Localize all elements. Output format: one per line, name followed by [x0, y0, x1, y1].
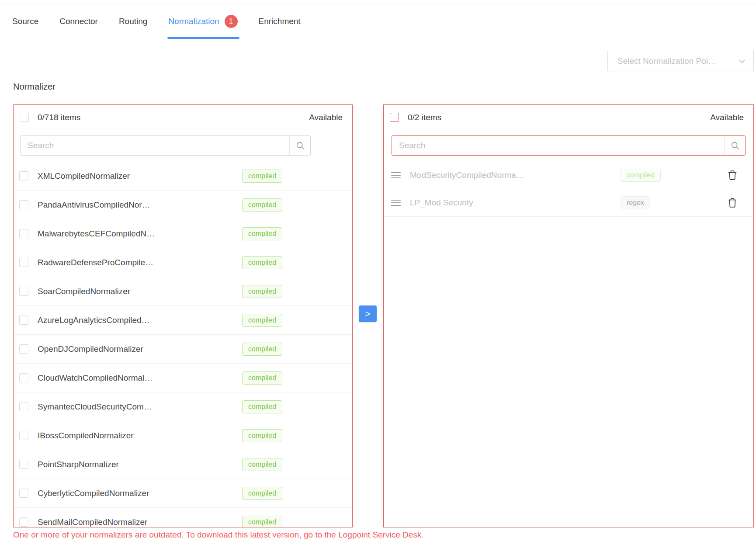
- search-box: [392, 135, 746, 156]
- normalizer-name: CyberlyticCompiledNormalizer: [38, 489, 242, 498]
- tab-connector[interactable]: Connector: [59, 4, 98, 39]
- search-icon[interactable]: [724, 136, 745, 155]
- row-checkbox[interactable]: [19, 344, 28, 354]
- tab-label: Routing: [119, 17, 148, 26]
- transfer-widget: 0/718 items Available XMLCompiledNormali…: [13, 104, 754, 527]
- search-area: [14, 130, 352, 162]
- row-checkbox[interactable]: [19, 373, 28, 382]
- search-box: [20, 135, 311, 156]
- normalizer-name: OpenDJCompiledNormalizer: [38, 344, 242, 354]
- normalizer-name: IBossCompiledNormalizer: [38, 431, 242, 441]
- status-badge: compiled: [242, 458, 282, 471]
- status-badge: compiled: [242, 429, 282, 442]
- normalizer-row: AzureLogAnalyticsCompiled… compiled: [14, 306, 352, 335]
- tab-routing[interactable]: Routing: [119, 4, 148, 39]
- normalizer-row: SoarCompiledNormalizer compiled: [14, 277, 352, 306]
- status-badge: compiled: [621, 169, 661, 182]
- normalizer-name: SymantecCloudSecurityCom…: [38, 402, 242, 412]
- selected-normalizer-row: ModSecurityCompiledNorma… compiled: [384, 162, 753, 189]
- tab-normalization[interactable]: Normalization 1: [168, 4, 237, 39]
- status-badge: compiled: [242, 285, 282, 298]
- status-badge: compiled: [242, 256, 282, 269]
- available-normalizers-panel: 0/718 items Available XMLCompiledNormali…: [13, 104, 353, 527]
- search-input[interactable]: [392, 136, 724, 155]
- search-area: [384, 130, 753, 162]
- normalizer-row: CyberlyticCompiledNormalizer compiled: [14, 479, 352, 508]
- normalization-policy-dropdown[interactable]: Select Normalization Pol…: [607, 50, 754, 72]
- row-checkbox[interactable]: [19, 229, 28, 238]
- normalizer-row: PointSharpNormalizer compiled: [14, 450, 352, 479]
- normalizer-row: CloudWatchCompiledNormal… compiled: [14, 364, 352, 392]
- normalizer-name: ModSecurityCompiledNorma…: [410, 170, 621, 180]
- tab-label: Source: [12, 17, 38, 26]
- normalizer-row: XMLCompiledNormalizer compiled: [14, 162, 352, 191]
- normalizer-name: PointSharpNormalizer: [38, 460, 242, 469]
- normalizer-name: XMLCompiledNormalizer: [38, 171, 242, 181]
- tab-source[interactable]: Source: [12, 4, 38, 39]
- delete-icon[interactable]: [728, 170, 737, 180]
- select-all-checkbox[interactable]: [390, 113, 399, 122]
- normalizer-name: AzureLogAnalyticsCompiled…: [38, 316, 242, 325]
- normalizer-row: PandaAntivirusCompiledNor… compiled: [14, 191, 352, 219]
- drag-handle-icon[interactable]: [391, 171, 401, 180]
- tab-bar: Source Connector Routing Normalization 1…: [0, 3, 756, 39]
- chevron-down-icon: [738, 57, 746, 66]
- search-icon[interactable]: [289, 136, 310, 155]
- row-checkbox[interactable]: [19, 316, 28, 325]
- status-badge: compiled: [242, 227, 282, 240]
- normalizer-row: OpenDJCompiledNormalizer compiled: [14, 335, 352, 364]
- status-badge: compiled: [242, 198, 282, 212]
- dropdown-placeholder: Select Normalization Pol…: [617, 56, 738, 66]
- tab-label: Connector: [59, 17, 98, 26]
- normalizer-name: MalwarebytesCEFCompiledN…: [38, 229, 242, 239]
- available-label: Available: [309, 113, 343, 122]
- status-badge: compiled: [242, 516, 282, 528]
- normalizer-row: RadwareDefenseProCompile… compiled: [14, 248, 352, 277]
- status-badge: compiled: [242, 314, 282, 327]
- status-badge: compiled: [242, 487, 282, 500]
- select-all-checkbox[interactable]: [20, 113, 29, 122]
- status-badge: compiled: [242, 371, 282, 385]
- available-label: Available: [710, 113, 744, 122]
- tab-label: Enrichment: [259, 17, 301, 26]
- search-input[interactable]: [21, 136, 289, 155]
- toolbar: Select Normalization Pol…: [0, 39, 756, 72]
- section-title: Normalizer: [0, 72, 756, 92]
- status-badge: compiled: [242, 343, 282, 356]
- selected-normalizers-panel: 0/2 items Available ModSecurityCompiledN…: [383, 104, 754, 527]
- move-right-button[interactable]: >: [359, 305, 377, 322]
- outdated-warning: One or more of your normalizers are outd…: [13, 530, 754, 540]
- items-count: 0/2 items: [408, 113, 441, 122]
- panel-header: 0/718 items Available: [14, 105, 352, 130]
- row-checkbox[interactable]: [19, 402, 28, 411]
- selected-normalizer-row: LP_Mod Security regex: [384, 189, 753, 217]
- row-checkbox[interactable]: [19, 287, 28, 296]
- row-checkbox[interactable]: [19, 171, 28, 180]
- normalizer-row: MalwarebytesCEFCompiledN… compiled: [14, 219, 352, 248]
- notification-badge: 1: [225, 15, 238, 28]
- row-checkbox[interactable]: [19, 517, 28, 527]
- row-checkbox[interactable]: [19, 431, 28, 440]
- status-badge: regex: [621, 196, 650, 209]
- tab-enrichment[interactable]: Enrichment: [259, 4, 301, 39]
- delete-icon[interactable]: [728, 198, 737, 208]
- status-badge: compiled: [242, 400, 282, 413]
- normalizer-name: SendMailCompiledNormalizer: [38, 517, 242, 527]
- normalizer-name: CloudWatchCompiledNormal…: [38, 373, 242, 383]
- tab-label: Normalization: [168, 17, 219, 26]
- drag-handle-icon[interactable]: [391, 198, 401, 207]
- panel-header: 0/2 items Available: [384, 105, 753, 130]
- row-checkbox[interactable]: [19, 489, 28, 498]
- row-checkbox[interactable]: [19, 258, 28, 267]
- items-count: 0/718 items: [38, 113, 80, 122]
- normalizer-name: PandaAntivirusCompiledNor…: [38, 200, 242, 210]
- normalizer-row: IBossCompiledNormalizer compiled: [14, 421, 352, 450]
- normalizer-name: RadwareDefenseProCompile…: [38, 258, 242, 267]
- selected-normalizer-list: ModSecurityCompiledNorma… compiled LP_Mo…: [384, 162, 753, 217]
- row-checkbox[interactable]: [19, 200, 28, 209]
- row-checkbox[interactable]: [19, 460, 28, 469]
- normalization-page: Source Connector Routing Normalization 1…: [0, 0, 756, 555]
- normalizer-name: LP_Mod Security: [410, 198, 621, 208]
- normalizer-name: SoarCompiledNormalizer: [38, 287, 242, 296]
- normalizer-list: XMLCompiledNormalizer compiled PandaAnti…: [14, 162, 352, 527]
